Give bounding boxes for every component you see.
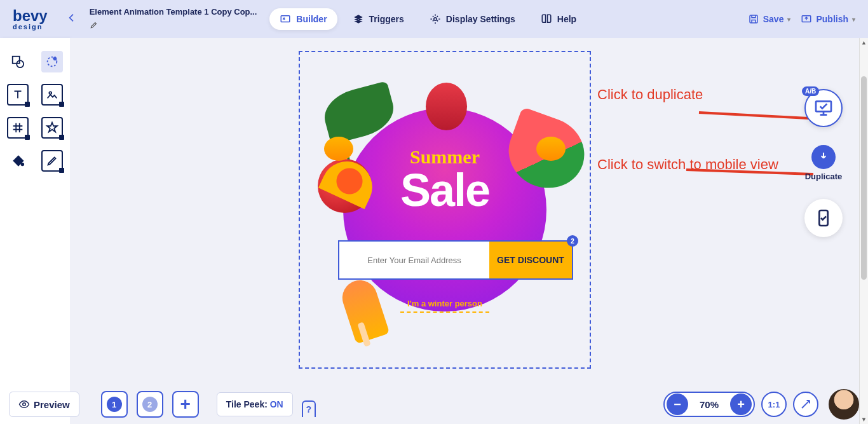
mobile-check-icon (813, 208, 834, 228)
page-2[interactable]: 2 (137, 391, 163, 418)
section-tool[interactable] (7, 117, 29, 139)
animation-icon (45, 55, 59, 69)
tab-help-label: Help (557, 14, 576, 24)
duplicate-label: Duplicate (805, 172, 843, 181)
strawberry-icon (426, 83, 467, 130)
bottom-bar: Preview 1 2 + Tile Peek: ON ? − 70% + 1:… (0, 385, 868, 424)
fit-button[interactable]: 1:1 (761, 392, 787, 417)
svg-rect-0 (281, 16, 290, 22)
tool-rail (0, 38, 70, 424)
zoom-control: − 70% + (663, 392, 755, 417)
book-icon (541, 13, 552, 25)
top-bar: bevy design Element Animation Template 1… (0, 0, 868, 38)
eye-icon (18, 399, 30, 410)
animation-tool[interactable] (41, 51, 63, 72)
bucket-icon (11, 154, 25, 168)
duplicate-button-wrap: Duplicate (805, 145, 843, 181)
tab-triggers[interactable]: Triggers (342, 8, 414, 30)
plus-icon: + (180, 394, 191, 414)
publish-icon (801, 13, 812, 25)
fill-tool[interactable] (7, 150, 29, 172)
expand-icon (800, 399, 811, 410)
tab-builder-label: Builder (296, 14, 327, 24)
summer-sale-graphic: Summer Sale GET DISCOUNT 2 I'm a winter … (324, 89, 566, 331)
preview-button[interactable]: Preview (9, 392, 79, 417)
app-root: bevy design Element Animation Template 1… (0, 0, 868, 424)
page-1[interactable]: 1 (101, 391, 128, 418)
brand-name: bevy (13, 7, 48, 24)
brand-logo[interactable]: bevy design (13, 8, 48, 31)
zoom-out-button[interactable]: − (667, 393, 688, 415)
mobile-view-button[interactable] (804, 199, 843, 237)
gear-icon (430, 13, 441, 25)
template-title: Element Animation Template 1 Copy Cop... (90, 7, 257, 17)
tab-builder[interactable]: Builder (269, 8, 337, 30)
caret-down-icon: ▾ (787, 16, 790, 23)
brand-tag: design (13, 24, 48, 31)
help-bubble[interactable]: ? (302, 400, 316, 417)
edit-title-icon[interactable] (90, 20, 257, 31)
save-icon (748, 13, 759, 25)
svg-rect-4 (13, 57, 20, 64)
get-discount-button[interactable]: GET DISCOUNT 2 (489, 242, 572, 278)
svg-point-8 (49, 92, 51, 94)
favorite-tool[interactable] (41, 117, 63, 139)
scroll-thumb[interactable] (861, 76, 867, 280)
winter-link[interactable]: I'm a winter person (324, 299, 566, 308)
tab-display-label: Display Settings (446, 14, 515, 24)
page-switcher: 1 2 + (101, 391, 199, 418)
grid-icon (11, 121, 25, 135)
svg-rect-2 (750, 15, 757, 23)
cta-badge: 2 (567, 235, 578, 247)
tile-peek-state: ON (270, 399, 283, 409)
bottom-right-controls: − 70% + 1:1 (663, 389, 859, 420)
image-tool[interactable] (41, 84, 63, 106)
back-button[interactable] (67, 13, 77, 26)
desktop-view-button[interactable]: A/B (804, 89, 843, 127)
device-buttons: A/B Duplicate (804, 89, 843, 237)
pencil-icon (45, 154, 59, 168)
annotation-line-1 (699, 111, 813, 120)
fit-label: 1:1 (768, 400, 780, 409)
zoom-value: 70% (690, 399, 728, 410)
svg-point-1 (434, 18, 437, 21)
tab-help[interactable]: Help (531, 8, 587, 30)
text-tool[interactable] (7, 84, 29, 106)
sale-heading[interactable]: Sale (324, 164, 566, 216)
preview-label: Preview (34, 399, 70, 410)
vertical-scrollbar[interactable]: ▲ ▼ (859, 38, 868, 424)
caret-down-icon: ▾ (852, 16, 855, 23)
annotation-duplicate: Click to duplicate (597, 86, 703, 104)
shapes-icon (11, 55, 25, 69)
top-right-actions: Save ▾ Publish ▾ (748, 13, 855, 25)
template-title-block: Element Animation Template 1 Copy Cop... (90, 7, 257, 31)
ab-badge: A/B (802, 86, 819, 96)
publish-label: Publish (816, 14, 848, 24)
download-arrow-icon (817, 151, 830, 163)
shapes-tool[interactable] (7, 51, 29, 72)
canvas-area[interactable]: Summer Sale GET DISCOUNT 2 I'm a winter … (70, 38, 868, 424)
zoom-in-button[interactable]: + (730, 393, 752, 415)
save-button[interactable]: Save ▾ (748, 13, 791, 25)
save-label: Save (763, 14, 784, 24)
tile-peek-label: Tile Peek: (226, 399, 270, 409)
svg-point-9 (22, 163, 24, 166)
edit-tool[interactable] (41, 150, 63, 172)
page-2-label: 2 (142, 397, 158, 412)
publish-button[interactable]: Publish ▾ (801, 13, 855, 25)
chevron-left-icon (67, 13, 77, 23)
desktop-check-icon (813, 98, 834, 118)
duplicate-button[interactable] (811, 145, 836, 169)
top-nav: Builder Triggers Display Settings Help (269, 8, 587, 30)
tab-display-settings[interactable]: Display Settings (419, 8, 526, 30)
tile-peek-toggle[interactable]: Tile Peek: ON (217, 392, 293, 416)
email-input[interactable] (339, 242, 489, 278)
add-page-button[interactable]: + (172, 391, 199, 418)
scroll-up-icon[interactable]: ▲ (860, 39, 868, 46)
winter-underline (400, 311, 489, 313)
fullscreen-button[interactable] (793, 392, 818, 417)
popup-selection-frame[interactable]: Summer Sale GET DISCOUNT 2 I'm a winter … (299, 51, 591, 369)
svg-point-13 (23, 403, 26, 406)
email-capture-row: GET DISCOUNT 2 (338, 240, 573, 280)
user-avatar[interactable] (829, 389, 859, 420)
